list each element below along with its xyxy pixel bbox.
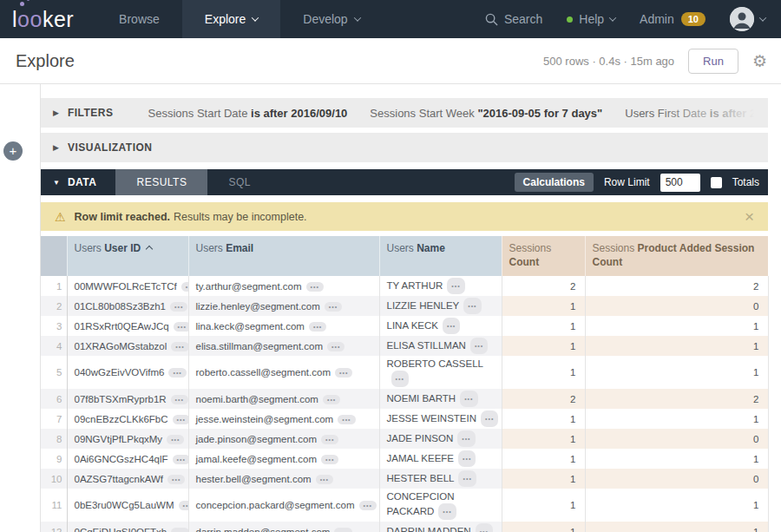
measure-cell[interactable]: 1 [502,522,585,532]
help-menu[interactable]: Help [567,12,615,26]
cell-menu-icon[interactable]: ••• [458,470,476,487]
measure-cell[interactable]: 1 [502,429,585,449]
cell-menu-icon[interactable]: ••• [306,282,324,292]
cell-menu-icon[interactable]: ••• [335,368,352,378]
cell-menu-icon[interactable]: ••• [171,395,188,404]
data-cell[interactable]: 07f8bTSXmRyprb1R••• [67,389,188,409]
data-cell[interactable]: ROBERTO CASSELL••• [379,356,502,389]
run-button[interactable]: Run [688,49,738,74]
data-cell[interactable]: darrin.madden@segment.com••• [188,522,379,532]
data-cell[interactable]: 01RSxRrt0QEAwJCq••• [67,316,188,336]
measure-cell[interactable]: 1 [585,449,768,469]
measure-cell[interactable]: 1 [502,296,585,316]
visualization-bar[interactable]: ▶ VISUALIZATION [41,133,768,162]
data-cell[interactable]: 0AZSG7ttagcnkAWf••• [67,469,188,489]
nav-item-develop[interactable]: Develop [280,0,382,38]
cell-menu-icon[interactable]: ••• [481,410,498,427]
column-header-user-id[interactable]: Users User ID [67,236,188,276]
data-cell[interactable]: jade.pinson@segment.com••• [188,429,379,449]
data-cell[interactable]: 0bE3ru0WCg5LauWM••• [67,489,188,522]
measure-cell[interactable]: 0 [585,469,768,489]
data-cell[interactable]: 09NGVtjPfLPkqxMy••• [67,429,188,449]
measure-cell[interactable]: 1 [585,336,768,356]
close-icon[interactable]: × [745,208,754,225]
measure-cell[interactable]: 1 [585,409,768,429]
data-cell[interactable]: HESTER BELL••• [379,469,502,489]
filter-item[interactable]: Sessions Start Week "2016-09-05 for 7 da… [370,107,602,120]
cell-menu-icon[interactable]: ••• [171,342,188,351]
nav-item-browse[interactable]: Browse [96,0,182,38]
search-button[interactable]: Search [485,12,542,26]
cell-menu-icon[interactable]: ••• [476,523,493,532]
cell-menu-icon[interactable]: ••• [179,501,188,510]
data-cell[interactable]: JAMAL KEEFE••• [379,449,502,469]
admin-menu[interactable]: Admin 10 [640,12,706,26]
gear-icon[interactable]: ⚙ [752,53,767,69]
data-cell[interactable]: DARRIN MADDEN••• [379,522,502,532]
cell-menu-icon[interactable]: ••• [168,368,186,378]
measure-cell[interactable]: 1 [585,522,768,532]
cell-menu-icon[interactable]: ••• [173,455,189,464]
cell-menu-icon[interactable]: ••• [170,302,187,312]
data-cell[interactable]: lina.keck@segment.com••• [188,316,379,336]
measure-cell[interactable]: 0 [585,296,768,316]
cell-menu-icon[interactable]: ••• [174,322,188,332]
measure-cell[interactable]: 1 [585,356,768,389]
data-cell[interactable]: 09cnEBzzCLKk6FbC••• [67,409,188,429]
filters-bar[interactable]: ▶ FILTERS Sessions Start Date is after 2… [41,98,768,128]
measure-cell[interactable]: 1 [502,316,585,336]
measure-cell[interactable]: 1 [502,336,585,356]
data-cell[interactable]: JESSE WEINSTEIN••• [379,409,502,429]
measure-cell[interactable]: 1 [585,489,768,522]
data-section-toggle[interactable]: ▼ DATA [41,169,115,195]
filter-item[interactable]: Sessions Start Date is after 2016/09/10 [148,107,348,120]
data-cell[interactable]: 01CL80b08Sz3Bzh1••• [67,296,188,316]
cell-menu-icon[interactable]: ••• [171,528,188,532]
data-cell[interactable]: LINA KECK••• [379,316,502,336]
data-cell[interactable]: TY ARTHUR••• [379,276,502,296]
cell-menu-icon[interactable]: ••• [327,342,345,351]
cell-menu-icon[interactable]: ••• [457,430,475,447]
column-header-product-added-session-count[interactable]: Sessions Product Added Session Count [585,236,768,276]
cell-menu-icon[interactable]: ••• [438,503,456,520]
measure-cell[interactable]: 1 [585,316,768,336]
cell-menu-icon[interactable]: ••• [181,282,188,292]
measure-cell[interactable]: 1 [502,469,585,489]
cell-menu-icon[interactable]: ••• [460,391,477,407]
data-cell[interactable]: ty.arthur@segment.com••• [188,276,379,296]
cell-menu-icon[interactable]: ••• [167,475,185,484]
cell-menu-icon[interactable]: ••• [359,501,377,510]
measure-cell[interactable]: 1 [502,409,585,429]
data-cell[interactable]: 01XRAGoMGstabzol••• [67,336,188,356]
data-cell[interactable]: JADE PINSON••• [379,429,502,449]
row-limit-input[interactable] [660,174,700,192]
cell-menu-icon[interactable]: ••• [338,415,355,424]
data-cell[interactable]: 0CqEiDUgSI0OFTxh••• [67,522,188,532]
filter-item[interactable]: Users First Date is after 2016/09/10 [625,107,768,120]
data-cell[interactable]: jesse.weinstein@segment.com••• [188,409,379,429]
column-header-email[interactable]: Users Email [188,236,379,276]
cell-menu-icon[interactable]: ••• [458,450,476,467]
cell-menu-icon[interactable]: ••• [325,302,342,312]
cell-menu-icon[interactable]: ••• [323,395,340,404]
cell-menu-icon[interactable]: ••• [309,322,326,332]
data-cell[interactable]: roberto.cassell@segment.com••• [188,356,379,389]
data-cell[interactable]: 0Ai6GNCGszHC4qlF••• [67,449,188,469]
measure-cell[interactable]: 1 [502,449,585,469]
data-cell[interactable]: noemi.barth@segment.com••• [188,389,379,409]
totals-checkbox[interactable] [711,177,722,188]
tab-sql[interactable]: SQL [207,169,272,195]
column-header-name[interactable]: Users Name [379,236,502,276]
cell-menu-icon[interactable]: ••• [447,278,464,294]
cell-menu-icon[interactable]: ••• [443,318,460,334]
measure-cell[interactable]: 2 [502,389,585,409]
data-cell[interactable]: jamal.keefe@segment.com••• [188,449,379,469]
cell-menu-icon[interactable]: ••• [316,475,333,484]
data-cell[interactable]: 040wGzEivVOVifm6••• [67,356,188,389]
measure-cell[interactable]: 2 [585,389,768,409]
data-cell[interactable]: ELISA STILLMAN••• [379,336,502,356]
data-cell[interactable]: hester.bell@segment.com••• [188,469,379,489]
measure-cell[interactable]: 1 [502,489,585,522]
looker-logo[interactable]: looker [0,0,96,38]
calculations-button[interactable]: Calculations [515,173,594,192]
